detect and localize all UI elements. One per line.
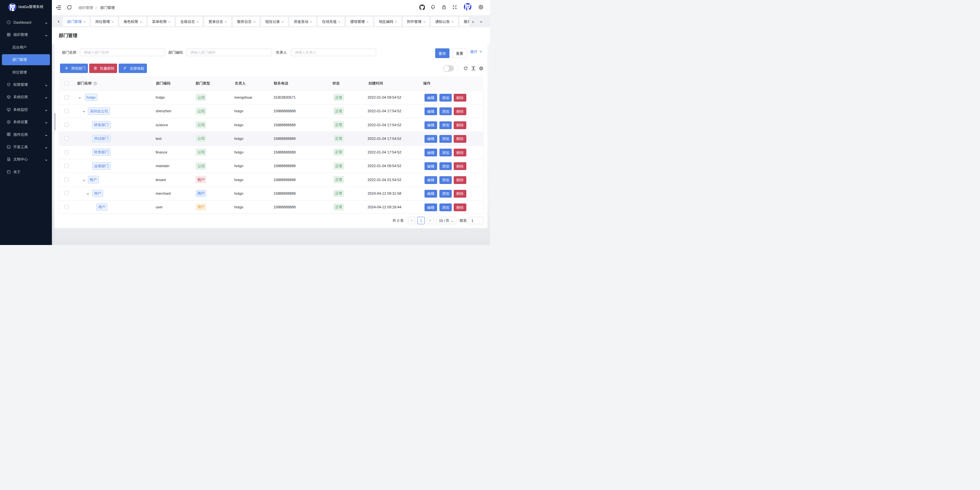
svg-text:?: ? — [95, 82, 96, 85]
